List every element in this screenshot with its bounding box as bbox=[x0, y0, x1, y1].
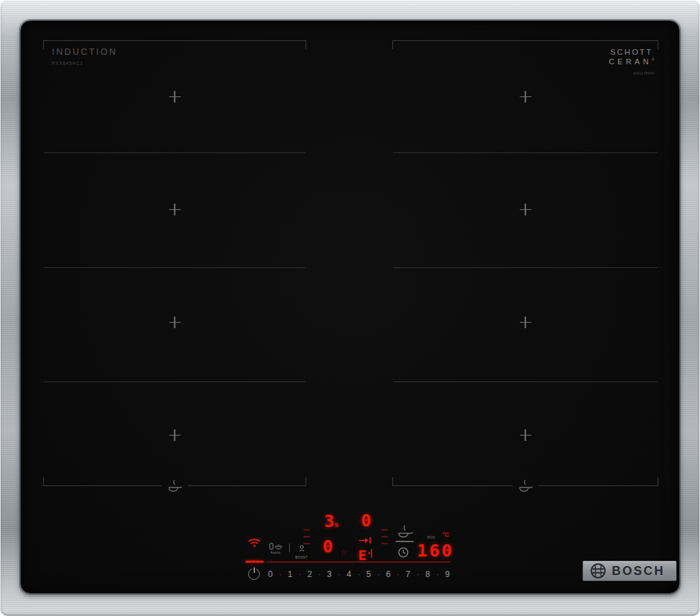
sensor-divider-line bbox=[396, 541, 414, 542]
plus-marker bbox=[169, 204, 180, 215]
level-7[interactable]: 7 bbox=[405, 570, 410, 579]
stainless-frame: INDUCTION PXX645HC1 SCHOTT CERAN® 900117… bbox=[0, 0, 700, 616]
level-0[interactable]: 0 bbox=[268, 570, 273, 579]
level-3[interactable]: 3 bbox=[327, 570, 332, 579]
move-zone-indicator: E bbox=[358, 535, 379, 562]
level-separator: · bbox=[279, 571, 281, 578]
level-marker-icon bbox=[368, 548, 373, 559]
zone-separator bbox=[44, 381, 306, 382]
frying-pan-steam-icon bbox=[162, 479, 188, 493]
level-separator: · bbox=[436, 571, 438, 578]
slider-active-segment bbox=[245, 561, 264, 563]
level-separator: · bbox=[319, 571, 321, 578]
level-separator: · bbox=[417, 571, 419, 578]
temperature-display: 160 bbox=[417, 542, 454, 559]
level-separator: · bbox=[338, 571, 340, 578]
plus-marker bbox=[169, 91, 180, 103]
zone-level-indicator-left bbox=[304, 529, 310, 550]
key-divider bbox=[289, 544, 290, 552]
level-separator: · bbox=[377, 571, 379, 578]
plus-marker bbox=[520, 429, 531, 441]
glass-ceramic-surface: INDUCTION PXX645HC1 SCHOTT CERAN® 900117… bbox=[21, 21, 679, 593]
zone-separator bbox=[44, 152, 306, 153]
home-connect-wifi-icon[interactable] bbox=[247, 537, 261, 548]
plus-marker bbox=[169, 317, 180, 328]
favorite-key[interactable]: ☆ bbox=[340, 548, 348, 557]
level-5[interactable]: 5 bbox=[366, 570, 371, 579]
zone-level-indicator-right bbox=[381, 529, 388, 550]
zone-separator bbox=[393, 267, 658, 268]
timer-clock-icon[interactable] bbox=[398, 547, 409, 558]
level-6[interactable]: 6 bbox=[386, 570, 391, 579]
level-separator: · bbox=[358, 571, 360, 578]
zone-separator bbox=[44, 267, 306, 268]
plus-marker bbox=[520, 317, 531, 328]
move-arrow-icon bbox=[358, 537, 373, 544]
level-separator: · bbox=[397, 571, 399, 578]
zone-separator bbox=[393, 152, 658, 153]
bosch-badge: BOSCH bbox=[582, 561, 677, 581]
level-2[interactable]: 2 bbox=[308, 570, 312, 579]
plus-marker bbox=[169, 429, 180, 441]
level-8[interactable]: 8 bbox=[425, 570, 430, 579]
plus-marker bbox=[520, 204, 531, 215]
phone-icon bbox=[269, 543, 273, 550]
boost-label: BOOST bbox=[293, 556, 310, 559]
slider-track-line bbox=[267, 561, 450, 563]
celsius-label: °C bbox=[442, 531, 449, 538]
power-button[interactable] bbox=[248, 568, 260, 580]
minutes-label: min bbox=[427, 535, 435, 539]
flex-zone-right bbox=[392, 40, 658, 486]
frying-sensor-key[interactable] bbox=[396, 524, 414, 539]
assist-key[interactable]: Assist bbox=[265, 542, 286, 554]
move-level-display: E bbox=[358, 548, 366, 562]
zone-power-display-top: 0 bbox=[361, 512, 371, 529]
level-9[interactable]: 9 bbox=[445, 570, 450, 579]
frying-pan-steam-icon bbox=[513, 479, 539, 493]
pot-icon bbox=[275, 544, 282, 550]
level-1[interactable]: 1 bbox=[288, 570, 293, 579]
zone-power-display-bottom: 0 bbox=[323, 538, 333, 555]
cooktop-photo: INDUCTION PXX645HC1 SCHOTT CERAN® 900117… bbox=[0, 0, 700, 616]
zone-bracket-top bbox=[392, 40, 658, 49]
assist-label: Assist bbox=[265, 551, 286, 554]
level-4[interactable]: 4 bbox=[347, 570, 351, 579]
level-separator: · bbox=[299, 571, 301, 578]
zone-bracket-top bbox=[43, 40, 306, 49]
bosch-armature-icon bbox=[590, 563, 606, 579]
timer-display: 3s bbox=[324, 513, 339, 530]
power-level-scale[interactable]: 0 · 1 · 2 · 3 · 4 · 5 · 6 · 7 · 8 · 9 bbox=[268, 570, 450, 579]
bosch-logo-text: BOSCH bbox=[612, 564, 665, 578]
flex-zone-left bbox=[43, 40, 306, 486]
plus-marker bbox=[520, 91, 531, 103]
zone-separator bbox=[393, 381, 658, 382]
